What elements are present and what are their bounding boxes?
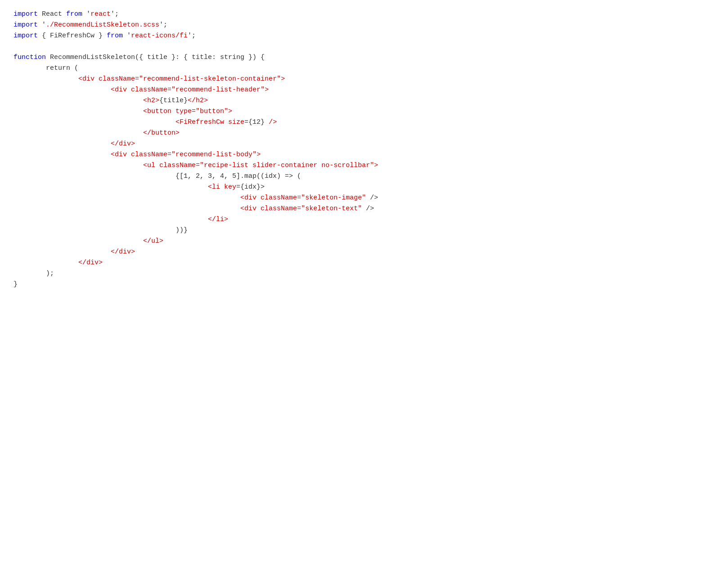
code-line-23: </div> [14, 258, 706, 268]
code-editor: import React from 'react'; import './Rec… [14, 9, 706, 588]
code-line-4: function RecommendListSkeleton({ title }… [14, 52, 706, 63]
code-line-17: <div className="skeleton-image" /> [14, 193, 706, 204]
code-line-22: </div> [14, 247, 706, 258]
code-line-10: <FiRefreshCw size={12} /> [14, 117, 706, 128]
code-line-20: ))} [14, 225, 706, 236]
code-line-16: <li key={idx}> [14, 182, 706, 193]
code-line-25: } [14, 279, 706, 290]
code-line-2: import './RecommendListSkeleton.scss'; [14, 20, 706, 31]
code-line-11: </button> [14, 128, 706, 139]
code-line-21: </ul> [14, 236, 706, 247]
code-line-3: import { FiRefreshCw } from 'react-icons… [14, 31, 706, 41]
code-line-24: ); [14, 268, 706, 279]
code-line-7: <div className="recommend-list-header"> [14, 85, 706, 95]
code-line-19: </li> [14, 214, 706, 225]
code-line-15: {[1, 2, 3, 4, 5].map((idx) => ( [14, 171, 706, 182]
code-line-8: <h2>{title}</h2> [14, 95, 706, 106]
code-line-5: return ( [14, 63, 706, 74]
code-line-13: <div className="recommend-list-body"> [14, 149, 706, 160]
code-line-6: <div className="recommend-list-skeleton-… [14, 74, 706, 85]
blank-line-1 [14, 41, 706, 52]
code-line-14: <ul className="recipe-list slider-contai… [14, 160, 706, 171]
code-line-9: <button type="button"> [14, 106, 706, 117]
code-line-1: import React from 'react'; [14, 9, 706, 20]
code-line-12: </div> [14, 139, 706, 149]
code-line-18: <div className="skeleton-text" /> [14, 204, 706, 214]
